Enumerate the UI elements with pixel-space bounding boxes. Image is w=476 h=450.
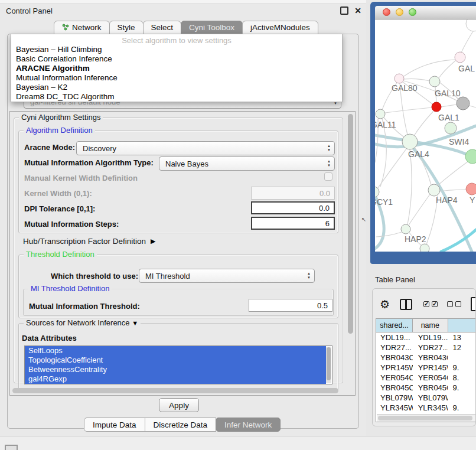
table-row[interactable]: YER054CYER054C8. [376,373,476,383]
network-node[interactable] [455,52,465,63]
network-node[interactable] [465,149,476,164]
aracne-mode-value: Discovery [83,144,116,153]
hub-transcription-expander[interactable]: Hub/Transcription Factor Definition ▶ [23,237,156,246]
tab-network[interactable]: Network [54,21,110,34]
network-edge [414,111,433,136]
table-cell: 12 [448,343,476,353]
deselect-all-columns-icon[interactable] [447,301,461,307]
column-header-name[interactable]: name [413,319,448,332]
table-cell: YBL079W [413,393,448,403]
network-node-label: GAL1 [438,113,459,122]
aracne-mode-combo[interactable]: Discovery ▲▼ [76,141,335,155]
tab-infer-network[interactable]: Infer Network [216,418,281,432]
close-window-icon[interactable]: ✕ [354,6,361,15]
table-rows: YDL19...YDL19...13YDR27...YDR27...12YBR0… [376,332,476,422]
network-node-label: GAL4 [408,149,429,159]
table-row[interactable]: YDL19...YDL19...13 [376,332,476,343]
network-node[interactable] [445,122,457,134]
network-canvas[interactable]: GALGAL80GAL10GAL1GAL11SWI4GAL4GCY1HAP4YH… [375,19,476,252]
network-node[interactable] [466,183,476,195]
table-row[interactable]: YBR043CYBR043C [376,353,476,363]
tab-select[interactable]: Select [143,21,182,34]
control-panel-tabs: Network Style Select Cyni Toolbox jActiv… [54,21,318,34]
float-window-icon[interactable] [340,6,348,15]
algorithm-option-basic-correlation[interactable]: Basic Correlation Inference [11,54,342,64]
settings-scroll-area: Cyni Algorithm Settings Algorithm Defini… [9,111,356,396]
document-icon[interactable] [471,297,476,311]
table-row[interactable]: YLR345WYLR345W9. [376,403,476,413]
spinner-arrows-icon: ▲▼ [327,144,331,152]
expander-down-icon: ▼ [132,319,138,327]
sources-expander[interactable]: Sources for Network Inference ▼ [24,318,141,327]
select-all-columns-icon[interactable]: ✓ ✓ [423,301,438,307]
network-node[interactable] [429,76,440,87]
group-title: MI Threshold Definition [28,284,112,293]
algorithm-dropdown-popup: Select algorithm to view settings Bayesi… [11,34,343,102]
table-cell: 9. [448,383,476,393]
zoom-traffic-light[interactable] [409,8,416,16]
network-window-titlebar[interactable] [375,6,476,19]
list-item-selected[interactable]: BetweennessCentrality [25,365,326,374]
algorithm-placeholder: Select algorithm to view settings [11,34,342,45]
mi-type-combo[interactable]: Naive Bayes ▲▼ [159,156,335,171]
list-item-selected[interactable]: gal4RGexp [25,374,326,384]
list-item-selected[interactable]: SelfLoops [25,346,326,356]
network-node[interactable] [457,97,470,110]
network-node[interactable] [375,187,379,197]
bottom-status-strip [0,436,476,450]
network-edge [385,107,432,113]
list-item-selected[interactable]: TopologicalCoefficient [25,356,326,365]
minimize-traffic-light[interactable] [396,8,403,16]
tab-style[interactable]: Style [109,21,144,34]
network-node[interactable] [401,224,410,234]
network-node-label: GAL10 [435,89,461,98]
tab-discretize-data[interactable]: Discretize Data [145,418,217,432]
table-panel-title: Table Panel [375,275,415,284]
table-cell: YER054C [413,373,448,383]
table-cell: YLR345W [376,403,413,413]
network-node[interactable] [376,109,385,119]
gear-icon[interactable]: ⚙ [380,298,390,311]
network-node[interactable] [428,184,440,196]
column-header-partial[interactable] [448,319,476,332]
mi-threshold-field[interactable]: 0.5 [249,299,332,312]
mi-steps-field[interactable]: 6 [251,217,335,230]
table-row[interactable]: YDR27...YDR27...12 [376,343,476,353]
table-row[interactable]: YBL079WYBL079W [376,393,476,403]
network-node[interactable] [420,244,429,252]
table-horizontal-scrollbar[interactable] [377,414,476,422]
tab-jactivemnodules[interactable]: jActiveMNodules [242,21,318,34]
list-vertical-scrollbar[interactable] [326,347,331,383]
algorithm-option-dream8[interactable]: Dream8 DC_TDC Algorithm [11,92,342,102]
cyni-mode-tabs: Impute Data Discretize Data Infer Networ… [84,418,281,432]
which-threshold-combo[interactable]: MI Threshold ▲▼ [139,269,315,283]
data-attributes-list[interactable]: SelfLoops TopologicalCoefficient Between… [24,345,332,384]
algorithm-option-aracne[interactable]: ARACNE Algorithm [11,64,342,73]
table-cell: YDL19... [376,332,413,343]
column-header-shared-name[interactable]: shared... [376,319,413,332]
apply-button[interactable]: Apply [159,398,199,412]
screen: Control Panel ✕ Network Style Select Cyn… [0,0,476,450]
algorithm-option-bayesian-k2[interactable]: Bayesian – K2 [11,83,342,92]
tab-cyni-toolbox[interactable]: Cyni Toolbox [181,21,243,34]
table-row[interactable]: YBR045CYBR045C9. [376,383,476,393]
panel-divider[interactable] [366,0,370,436]
algorithm-option-bayesian-hill-climbing[interactable]: Bayesian – Hill Climbing [11,45,342,54]
network-node[interactable] [432,102,441,112]
close-traffic-light[interactable] [383,8,390,16]
algorithm-option-mutual-information[interactable]: Mutual Information Inference [11,73,342,83]
node-table: shared... name YDL19...YDL19...13YDR27..… [376,318,476,422]
settings-vertical-scrollbar[interactable] [347,112,354,387]
tab-label: Select [151,23,174,32]
network-node[interactable] [395,74,404,83]
table-row[interactable]: YPR145WYPR145W9. [376,363,476,373]
table-cell: YDR27... [376,343,413,353]
collapsed-panel-button[interactable] [5,445,18,450]
table-cell: YBR045C [376,383,413,393]
network-node[interactable] [402,134,418,149]
columns-icon[interactable] [400,299,412,310]
network-node[interactable] [466,19,476,31]
tab-impute-data[interactable]: Impute Data [84,418,145,432]
dpi-tolerance-field[interactable]: 0.0 [251,201,335,214]
settings-horizontal-scrollbar[interactable] [11,387,346,394]
